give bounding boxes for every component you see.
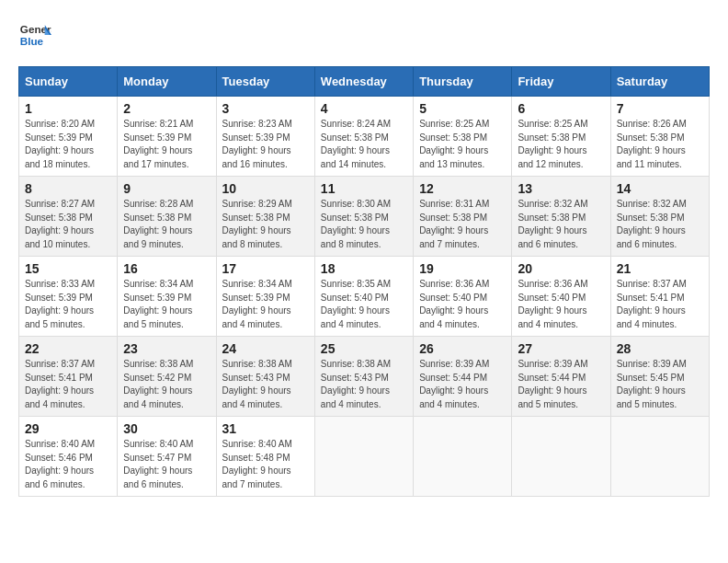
empty-cell <box>512 417 610 497</box>
day-number: 1 <box>25 101 111 116</box>
day-number: 14 <box>617 181 703 196</box>
day-number: 7 <box>617 101 703 116</box>
day-info: Sunrise: 8:32 AMSunset: 5:38 PMDaylight:… <box>617 199 687 249</box>
calendar-week-row: 1 Sunrise: 8:20 AMSunset: 5:39 PMDayligh… <box>19 97 710 177</box>
calendar-day-cell: 30 Sunrise: 8:40 AMSunset: 5:47 PMDaylig… <box>118 417 216 497</box>
day-info: Sunrise: 8:38 AMSunset: 5:42 PMDaylight:… <box>123 359 193 409</box>
calendar-day-cell: 4 Sunrise: 8:24 AMSunset: 5:38 PMDayligh… <box>314 97 413 177</box>
day-info: Sunrise: 8:25 AMSunset: 5:38 PMDaylight:… <box>518 119 587 169</box>
day-number: 23 <box>123 341 210 356</box>
calendar-day-cell: 31 Sunrise: 8:40 AMSunset: 5:48 PMDaylig… <box>216 417 314 497</box>
empty-cell <box>414 417 512 497</box>
day-info: Sunrise: 8:28 AMSunset: 5:38 PMDaylight:… <box>123 199 193 249</box>
calendar-day-cell: 15 Sunrise: 8:33 AMSunset: 5:39 PMDaylig… <box>19 257 118 337</box>
calendar-day-cell: 1 Sunrise: 8:20 AMSunset: 5:39 PMDayligh… <box>19 97 118 177</box>
day-info: Sunrise: 8:24 AMSunset: 5:38 PMDaylight:… <box>321 119 391 169</box>
day-number: 9 <box>123 181 210 196</box>
day-info: Sunrise: 8:40 AMSunset: 5:46 PMDaylight:… <box>25 439 95 489</box>
day-number: 3 <box>222 101 309 116</box>
calendar-week-row: 15 Sunrise: 8:33 AMSunset: 5:39 PMDaylig… <box>19 257 710 337</box>
calendar-day-cell: 22 Sunrise: 8:37 AMSunset: 5:41 PMDaylig… <box>19 337 118 417</box>
calendar-week-row: 22 Sunrise: 8:37 AMSunset: 5:41 PMDaylig… <box>19 337 710 417</box>
day-info: Sunrise: 8:21 AMSunset: 5:39 PMDaylight:… <box>123 119 193 169</box>
calendar-day-cell: 27 Sunrise: 8:39 AMSunset: 5:44 PMDaylig… <box>512 337 610 417</box>
calendar-day-cell: 9 Sunrise: 8:28 AMSunset: 5:38 PMDayligh… <box>118 177 216 257</box>
day-number: 6 <box>518 101 604 116</box>
logo: General Blue <box>18 18 55 52</box>
calendar-day-cell: 7 Sunrise: 8:26 AMSunset: 5:38 PMDayligh… <box>610 97 709 177</box>
weekday-header-thursday: Thursday <box>414 67 512 97</box>
page-header: General Blue <box>18 18 710 52</box>
calendar-day-cell: 17 Sunrise: 8:34 AMSunset: 5:39 PMDaylig… <box>216 257 314 337</box>
calendar-table: SundayMondayTuesdayWednesdayThursdayFrid… <box>18 66 710 497</box>
day-info: Sunrise: 8:39 AMSunset: 5:45 PMDaylight:… <box>617 359 687 409</box>
day-number: 10 <box>222 181 309 196</box>
day-number: 22 <box>25 341 111 356</box>
calendar-day-cell: 25 Sunrise: 8:38 AMSunset: 5:43 PMDaylig… <box>314 337 413 417</box>
day-info: Sunrise: 8:37 AMSunset: 5:41 PMDaylight:… <box>617 279 687 329</box>
calendar-day-cell: 23 Sunrise: 8:38 AMSunset: 5:42 PMDaylig… <box>118 337 216 417</box>
calendar-day-cell: 29 Sunrise: 8:40 AMSunset: 5:46 PMDaylig… <box>19 417 118 497</box>
day-number: 31 <box>222 421 309 436</box>
day-number: 16 <box>123 261 210 276</box>
day-info: Sunrise: 8:29 AMSunset: 5:38 PMDaylight:… <box>222 199 292 249</box>
day-number: 29 <box>25 421 111 436</box>
day-info: Sunrise: 8:39 AMSunset: 5:44 PMDaylight:… <box>419 359 489 409</box>
day-number: 2 <box>123 101 210 116</box>
calendar-day-cell: 24 Sunrise: 8:38 AMSunset: 5:43 PMDaylig… <box>216 337 314 417</box>
day-info: Sunrise: 8:33 AMSunset: 5:39 PMDaylight:… <box>25 279 95 329</box>
empty-cell <box>610 417 709 497</box>
calendar-day-cell: 26 Sunrise: 8:39 AMSunset: 5:44 PMDaylig… <box>414 337 512 417</box>
weekday-header-row: SundayMondayTuesdayWednesdayThursdayFrid… <box>19 67 710 97</box>
calendar-day-cell: 16 Sunrise: 8:34 AMSunset: 5:39 PMDaylig… <box>118 257 216 337</box>
weekday-header-friday: Friday <box>512 67 610 97</box>
day-info: Sunrise: 8:38 AMSunset: 5:43 PMDaylight:… <box>222 359 292 409</box>
day-info: Sunrise: 8:39 AMSunset: 5:44 PMDaylight:… <box>518 359 587 409</box>
calendar-day-cell: 10 Sunrise: 8:29 AMSunset: 5:38 PMDaylig… <box>216 177 314 257</box>
day-info: Sunrise: 8:38 AMSunset: 5:43 PMDaylight:… <box>321 359 391 409</box>
calendar-day-cell: 20 Sunrise: 8:36 AMSunset: 5:40 PMDaylig… <box>512 257 610 337</box>
weekday-header-sunday: Sunday <box>19 67 118 97</box>
calendar-day-cell: 5 Sunrise: 8:25 AMSunset: 5:38 PMDayligh… <box>414 97 512 177</box>
day-number: 30 <box>123 421 210 436</box>
day-info: Sunrise: 8:36 AMSunset: 5:40 PMDaylight:… <box>518 279 587 329</box>
day-number: 26 <box>419 341 506 356</box>
day-info: Sunrise: 8:30 AMSunset: 5:38 PMDaylight:… <box>321 199 391 249</box>
day-info: Sunrise: 8:34 AMSunset: 5:39 PMDaylight:… <box>222 279 292 329</box>
day-number: 5 <box>419 101 506 116</box>
calendar-day-cell: 13 Sunrise: 8:32 AMSunset: 5:38 PMDaylig… <box>512 177 610 257</box>
day-number: 4 <box>321 101 407 116</box>
calendar-day-cell: 12 Sunrise: 8:31 AMSunset: 5:38 PMDaylig… <box>414 177 512 257</box>
empty-cell <box>314 417 413 497</box>
day-number: 19 <box>419 261 506 276</box>
day-number: 17 <box>222 261 309 276</box>
calendar-day-cell: 21 Sunrise: 8:37 AMSunset: 5:41 PMDaylig… <box>610 257 709 337</box>
weekday-header-saturday: Saturday <box>610 67 709 97</box>
day-number: 25 <box>321 341 407 356</box>
day-number: 24 <box>222 341 309 356</box>
calendar-day-cell: 3 Sunrise: 8:23 AMSunset: 5:39 PMDayligh… <box>216 97 314 177</box>
day-info: Sunrise: 8:40 AMSunset: 5:47 PMDaylight:… <box>123 439 193 489</box>
day-number: 13 <box>518 181 604 196</box>
day-info: Sunrise: 8:31 AMSunset: 5:38 PMDaylight:… <box>419 199 489 249</box>
day-number: 27 <box>518 341 604 356</box>
day-number: 12 <box>419 181 506 196</box>
day-info: Sunrise: 8:36 AMSunset: 5:40 PMDaylight:… <box>419 279 489 329</box>
calendar-day-cell: 14 Sunrise: 8:32 AMSunset: 5:38 PMDaylig… <box>610 177 709 257</box>
day-info: Sunrise: 8:37 AMSunset: 5:41 PMDaylight:… <box>25 359 95 409</box>
svg-text:Blue: Blue <box>20 35 44 47</box>
day-info: Sunrise: 8:27 AMSunset: 5:38 PMDaylight:… <box>25 199 95 249</box>
weekday-header-tuesday: Tuesday <box>216 67 314 97</box>
calendar-day-cell: 28 Sunrise: 8:39 AMSunset: 5:45 PMDaylig… <box>610 337 709 417</box>
day-info: Sunrise: 8:32 AMSunset: 5:38 PMDaylight:… <box>518 199 587 249</box>
calendar-week-row: 8 Sunrise: 8:27 AMSunset: 5:38 PMDayligh… <box>19 177 710 257</box>
calendar-day-cell: 6 Sunrise: 8:25 AMSunset: 5:38 PMDayligh… <box>512 97 610 177</box>
calendar-day-cell: 2 Sunrise: 8:21 AMSunset: 5:39 PMDayligh… <box>118 97 216 177</box>
day-number: 21 <box>617 261 703 276</box>
day-info: Sunrise: 8:40 AMSunset: 5:48 PMDaylight:… <box>222 439 292 489</box>
day-info: Sunrise: 8:20 AMSunset: 5:39 PMDaylight:… <box>25 119 95 169</box>
day-info: Sunrise: 8:35 AMSunset: 5:40 PMDaylight:… <box>321 279 391 329</box>
weekday-header-monday: Monday <box>118 67 216 97</box>
day-number: 20 <box>518 261 604 276</box>
calendar-day-cell: 11 Sunrise: 8:30 AMSunset: 5:38 PMDaylig… <box>314 177 413 257</box>
